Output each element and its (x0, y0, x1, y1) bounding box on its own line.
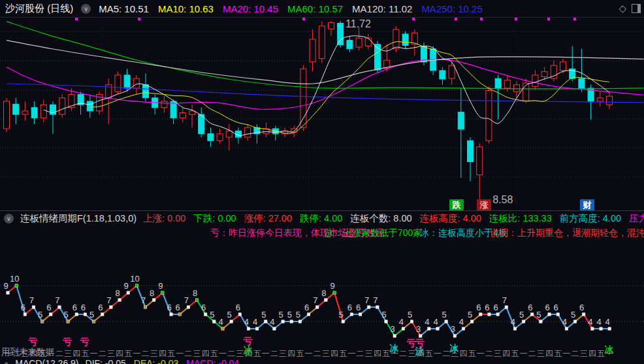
cycle-point (67, 320, 69, 323)
macd-name[interactable]: MACD(12,26,9) (15, 358, 78, 364)
cycle-point (608, 327, 611, 330)
weekday-tick: 四 (287, 349, 295, 358)
limit-up-marker-dot (455, 18, 457, 20)
weekday-tick: 五 (554, 349, 562, 358)
weekday-tick: 三 (365, 349, 373, 358)
cycle-value-label: 6 (236, 303, 240, 312)
weekday-tick: 四 (202, 349, 210, 358)
candle (170, 101, 176, 118)
cycle-value-label: 7 (373, 295, 378, 305)
cycle-point (488, 313, 491, 316)
cycle-value-label: 5 (261, 310, 266, 320)
cycle-point (531, 313, 534, 316)
weekday-tick: 五 (253, 349, 261, 358)
chevron-down-icon[interactable]: ∨ (81, 4, 91, 14)
indicator-name[interactable]: 连板情绪周期F(1.18,1.03,0) (20, 212, 137, 225)
cycle-point (178, 313, 181, 316)
collapse-dot-icon[interactable]: ● (4, 359, 8, 364)
cycle-value-label: 4 (562, 317, 567, 327)
cycle-value-label: 6 (579, 303, 584, 312)
weekday-tick: 二 (442, 349, 450, 358)
weekday-tick: 四 (159, 349, 167, 358)
indicator-fields: 上涨: 0.00下跌: 0.00涨停: 27.00跌停: 4.00连板个数: 8… (143, 212, 644, 225)
cycle-value-label: 6 (554, 303, 558, 312)
cycle-point (307, 313, 310, 316)
cycle-point (591, 327, 594, 330)
cycle-value-label: 5 (38, 310, 42, 320)
limit-up-marker-dot (515, 18, 517, 20)
weekday-tick: 四 (502, 349, 510, 358)
weekday-tick: 二 (399, 349, 407, 358)
cycle-point (350, 313, 353, 316)
weekday-tick: 四 (330, 349, 338, 358)
cycle-value-label: 4 (270, 317, 274, 327)
candle (4, 101, 10, 129)
cycle-point (58, 306, 61, 308)
weekday-tick: 五 (339, 349, 347, 358)
cycle-point (238, 313, 241, 316)
weekday-tick: 一 (262, 349, 270, 358)
weekday-tick: 四 (545, 349, 553, 358)
cycle-point (7, 291, 9, 294)
cycle-value-label: 6 (304, 303, 309, 312)
split-window-icon[interactable] (632, 4, 641, 13)
event-badge-label: 涨 (480, 200, 489, 210)
weekday-tick: 一 (477, 349, 485, 358)
cycle-value-label: 7 (313, 295, 317, 305)
cycle-point (170, 313, 172, 316)
cycle-point (522, 320, 524, 323)
weekday-tick: 五 (167, 349, 175, 358)
indicator-line-chart[interactable]: 9106756756656789107896678654564454555678… (0, 240, 644, 364)
cycle-value-label: 4 (605, 317, 610, 327)
indicator-desc-text: 泳：上涨家数低于700家 (325, 227, 422, 239)
weekday-tick: 三 (193, 349, 201, 358)
candle (597, 98, 603, 101)
cycle-value-label: 6 (176, 303, 180, 312)
cycle-point (298, 320, 301, 323)
event-badge-label: 财 (583, 200, 592, 210)
candle (31, 108, 37, 118)
weekday-tick: 二 (572, 349, 579, 358)
cycle-value-label: 6 (528, 303, 532, 312)
phase-label: 亏 (406, 338, 416, 348)
indicator-field: 连板个数: 8.00 (350, 212, 411, 225)
limit-up-marker-dot (302, 18, 305, 20)
weekday-tick: 二 (270, 349, 278, 358)
candlestick-chart[interactable]: ←11.72←8.58跌涨财 (0, 18, 644, 211)
cycle-value-label: 3 (451, 324, 455, 334)
indicator-field: 跌停: 4.00 (300, 212, 342, 225)
cycle-value-label: 5 (408, 310, 412, 320)
cycle-value-label: 4 (218, 317, 223, 327)
candle (402, 34, 408, 45)
cycle-point (368, 306, 370, 308)
weekday-tick: 五 (468, 349, 476, 358)
cycle-point (342, 320, 344, 323)
weekday-tick: 三 (279, 349, 287, 358)
candle (87, 101, 93, 111)
candle (532, 75, 538, 86)
cycle-value-label: 8 (150, 288, 154, 298)
cycle-point (255, 327, 258, 330)
cycle-value-label: 4 (459, 317, 464, 327)
weekday-tick: 五 (511, 349, 519, 358)
indicator-field: 涨停: 27.00 (244, 212, 292, 225)
candle (180, 112, 185, 118)
candle (458, 112, 464, 129)
cycle-point (118, 299, 121, 301)
cycle-point (333, 291, 336, 294)
candle (40, 105, 46, 118)
weekday-tick: 一 (605, 349, 613, 358)
cycle-point (282, 320, 284, 323)
candle (143, 85, 149, 98)
cycle-value-label: 5 (287, 310, 292, 320)
chevron-down-icon[interactable]: ∨ (4, 214, 14, 223)
indicator-desc-text: 说明：上升期重仓，退潮期轻仓，混沌期微仓 (490, 227, 644, 239)
phase-label: 亏 (27, 337, 37, 347)
stock-title[interactable]: 沙河股份 (日线) (5, 3, 73, 15)
phase-label: 亏 (79, 337, 89, 347)
cycle-value-label: 7 (141, 295, 146, 305)
candle (468, 141, 474, 161)
weekday-tick: 一 (219, 349, 227, 358)
ma-value: MA5: 10.51 (99, 3, 149, 14)
diamond-icon[interactable]: ◇ (619, 2, 626, 15)
